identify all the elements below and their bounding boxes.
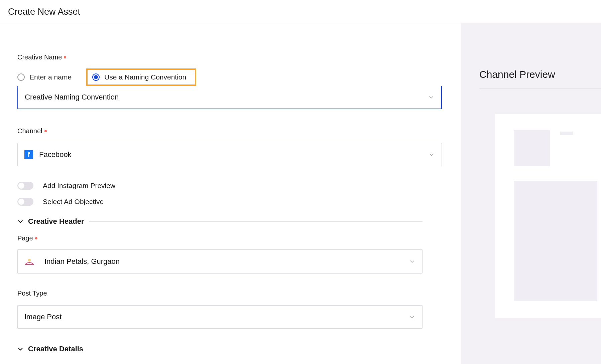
chevron-down-icon: [409, 314, 415, 320]
toggle-instagram-label: Add Instagram Preview: [43, 182, 115, 190]
toggle-knob-icon: [18, 183, 24, 189]
naming-convention-value: Creative Naming Convention: [25, 93, 119, 102]
toggles-block: Add Instagram Preview Select Ad Objectiv…: [17, 182, 442, 206]
section-header-line: [88, 349, 423, 349]
radio-use-convention-label: Use a Naming Convention: [104, 73, 186, 81]
toggle-knob-icon: [18, 199, 24, 205]
chevron-down-icon: [429, 95, 434, 100]
page-value: Indian Petals, Gurgaon: [44, 257, 120, 266]
preview-skeleton-avatar: [514, 130, 550, 166]
facebook-icon: f: [24, 150, 33, 159]
section-creative-details[interactable]: Creative Details: [17, 345, 423, 353]
page-label-text: Page: [17, 234, 33, 242]
radio-icon: [17, 73, 25, 81]
section-creative-details-title: Creative Details: [28, 345, 83, 353]
toggle-objective[interactable]: [17, 198, 33, 206]
post-type-value: Image Post: [24, 313, 62, 321]
channel-label-text: Channel: [17, 127, 42, 135]
required-dot-icon: [64, 56, 66, 58]
post-type-select[interactable]: Image Post: [17, 305, 423, 329]
preview-card: [495, 113, 601, 318]
highlight-box: Use a Naming Convention: [86, 68, 196, 86]
chevron-down-icon: [409, 259, 415, 264]
page-block: Page Indian Petals, Gurgaon: [17, 234, 423, 274]
channel-block: Channel f Facebook: [17, 127, 442, 166]
page-select[interactable]: Indian Petals, Gurgaon: [17, 249, 423, 274]
radio-enter-name[interactable]: Enter a name: [17, 73, 72, 81]
channel-select[interactable]: f Facebook: [17, 143, 442, 166]
toggle-instagram[interactable]: [17, 182, 33, 190]
page-thumbnail-icon: [24, 258, 35, 265]
form-area: Creative Name Enter a name Use a Naming: [0, 23, 461, 364]
required-dot-icon: [44, 130, 47, 132]
creative-name-label-text: Creative Name: [17, 53, 62, 61]
creative-name-radio-row: Enter a name Use a Naming Convention: [17, 68, 442, 86]
creative-name-block: Creative Name Enter a name Use a Naming: [17, 53, 442, 109]
preview-title: Channel Preview: [461, 69, 601, 80]
preview-divider: [479, 88, 601, 88]
creative-name-label: Creative Name: [17, 53, 66, 61]
form-inner: Creative Name Enter a name Use a Naming: [17, 53, 442, 364]
main-row: Creative Name Enter a name Use a Naming: [0, 23, 601, 364]
section-creative-header-title: Creative Header: [28, 217, 84, 226]
preview-area: Channel Preview: [461, 23, 601, 364]
post-type-label: Post Type: [17, 290, 47, 297]
radio-use-convention[interactable]: Use a Naming Convention: [92, 73, 186, 81]
toggle-objective-label: Select Ad Objective: [43, 198, 104, 206]
toggle-instagram-row: Add Instagram Preview: [17, 182, 442, 190]
post-type-block: Post Type Image Post: [17, 290, 423, 329]
radio-enter-name-label: Enter a name: [29, 73, 72, 81]
radio-inner-icon: [94, 75, 98, 79]
toggle-objective-row: Select Ad Objective: [17, 198, 442, 206]
page-label: Page: [17, 234, 37, 242]
required-dot-icon: [35, 237, 37, 239]
naming-convention-select[interactable]: Creative Naming Convention: [17, 86, 442, 109]
page-header: Create New Asset: [0, 0, 601, 23]
svg-point-0: [28, 259, 31, 261]
chevron-down-icon: [429, 152, 434, 157]
preview-skeleton-line: [560, 132, 573, 135]
page-title: Create New Asset: [8, 7, 601, 17]
svg-rect-1: [25, 264, 34, 265]
preview-skeleton-body: [514, 181, 597, 301]
channel-value: Facebook: [39, 150, 72, 159]
post-type-label-text: Post Type: [17, 290, 47, 297]
chevron-down-icon: [17, 218, 23, 224]
chevron-down-icon: [17, 346, 23, 352]
section-header-line: [89, 221, 423, 222]
channel-label: Channel: [17, 127, 47, 135]
preview-skeleton-top: [514, 130, 598, 166]
radio-icon: [92, 73, 100, 81]
section-creative-header[interactable]: Creative Header: [17, 217, 423, 226]
